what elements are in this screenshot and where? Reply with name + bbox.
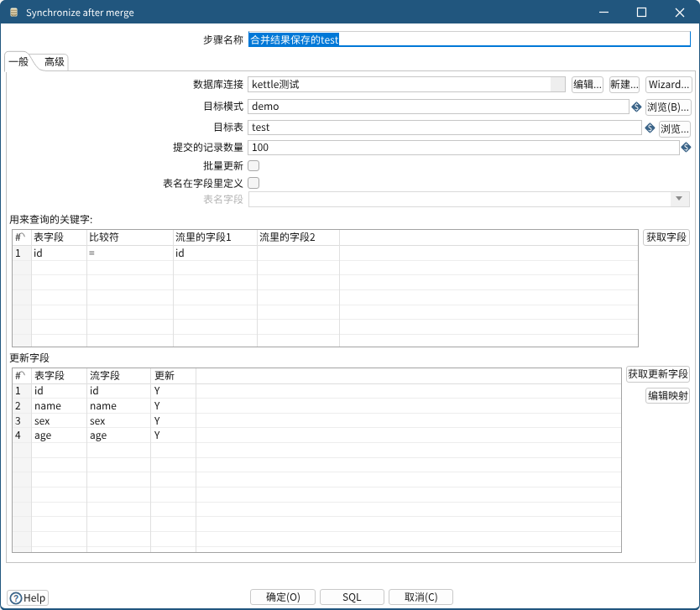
svg-text:?: ? bbox=[13, 594, 18, 603]
